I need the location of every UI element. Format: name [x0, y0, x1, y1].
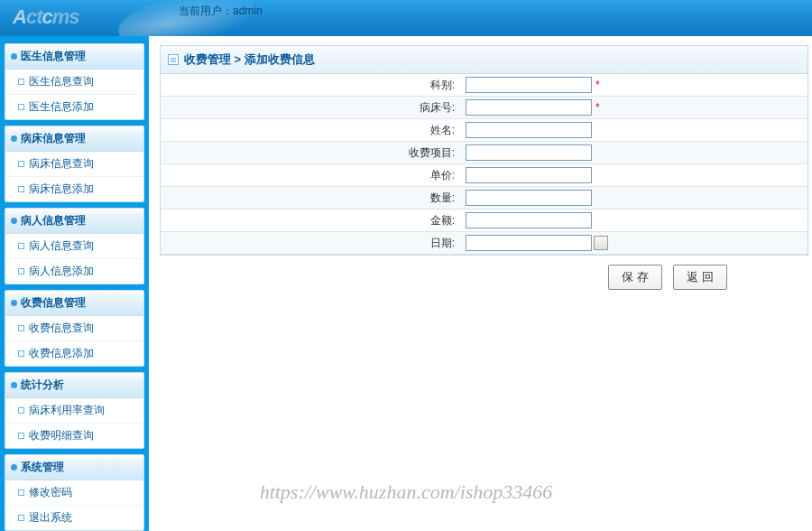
form-row-quantity: 数量: — [161, 187, 807, 210]
input-name[interactable] — [466, 122, 592, 138]
input-quantity[interactable] — [466, 190, 592, 206]
menu-item-fee-add[interactable]: 收费信息添加 — [5, 341, 143, 366]
menu-header-system[interactable]: 系统管理 — [5, 455, 143, 480]
back-button[interactable]: 返 回 — [673, 265, 727, 290]
main-content: 收费管理 > 添加收费信息 科别: * 病床号: * 姓名: 收费项目: — [149, 36, 812, 531]
label-quantity: 数量: — [161, 187, 460, 210]
menu-group-stats: 统计分析 病床利用率查询 收费明细查询 — [5, 372, 144, 449]
label-fee-item: 收费项目: — [161, 142, 460, 164]
app-header: Actcms 当前用户：admin — [0, 0, 812, 36]
menu-item-bed-add[interactable]: 病床信息添加 — [5, 177, 143, 201]
menu-header-fee[interactable]: 收费信息管理 — [5, 291, 143, 316]
current-user-value: admin — [233, 5, 263, 17]
menu-header-bed[interactable]: 病床信息管理 — [5, 126, 143, 152]
app-logo: Actcms — [13, 5, 79, 29]
form-row-amount: 金额: — [161, 210, 807, 232]
menu-item-doctor-add[interactable]: 医生信息添加 — [5, 95, 143, 119]
current-user-label: 当前用户： — [179, 5, 233, 17]
form-row-name: 姓名: — [161, 119, 807, 142]
save-button[interactable]: 保 存 — [608, 265, 662, 290]
label-bed-number: 病床号: — [161, 97, 460, 119]
input-date[interactable] — [466, 235, 592, 251]
menu-item-fee-query[interactable]: 收费信息查询 — [5, 316, 143, 341]
form-table: 科别: * 病床号: * 姓名: 收费项目: 单价: — [161, 74, 807, 255]
form-row-bed-number: 病床号: * — [161, 97, 807, 119]
sidebar: 医生信息管理 医生信息查询 医生信息添加 病床信息管理 病床信息查询 病床信息添… — [0, 36, 149, 531]
form-panel: 收费管理 > 添加收费信息 科别: * 病床号: * 姓名: 收费项目: — [160, 45, 808, 256]
form-row-unit-price: 单价: — [161, 164, 807, 187]
label-name: 姓名: — [161, 119, 460, 142]
label-date: 日期: — [161, 232, 460, 255]
menu-group-doctor: 医生信息管理 医生信息查询 医生信息添加 — [5, 43, 144, 120]
panel-header: 收费管理 > 添加收费信息 — [161, 46, 807, 74]
form-row-date: 日期: — [161, 232, 807, 255]
form-row-fee-item: 收费项目: — [161, 142, 807, 164]
menu-group-bed: 病床信息管理 病床信息查询 病床信息添加 — [5, 126, 144, 202]
button-row: 保 存 返 回 — [160, 256, 808, 299]
required-mark: * — [595, 101, 600, 114]
menu-item-bed-usage[interactable]: 病床利用率查询 — [5, 398, 143, 424]
menu-item-doctor-query[interactable]: 医生信息查询 — [5, 70, 143, 95]
menu-item-bed-query[interactable]: 病床信息查询 — [5, 152, 143, 177]
input-department[interactable] — [466, 77, 592, 93]
input-fee-item[interactable] — [466, 144, 592, 161]
menu-item-patient-add[interactable]: 病人信息添加 — [5, 259, 143, 284]
label-unit-price: 单价: — [161, 164, 460, 187]
menu-item-patient-query[interactable]: 病人信息查询 — [5, 234, 143, 259]
current-user: 当前用户：admin — [179, 4, 263, 19]
menu-group-patient: 病人信息管理 病人信息查询 病人信息添加 — [5, 208, 144, 284]
required-mark: * — [595, 79, 600, 91]
menu-item-logout[interactable]: 退出系统 — [5, 506, 143, 530]
input-amount[interactable] — [466, 212, 592, 228]
menu-group-fee: 收费信息管理 收费信息查询 收费信息添加 — [5, 290, 144, 367]
panel-title: 收费管理 > 添加收费信息 — [184, 51, 315, 68]
menu-header-stats[interactable]: 统计分析 — [5, 373, 143, 398]
menu-header-patient[interactable]: 病人信息管理 — [5, 209, 143, 234]
menu-group-system: 系统管理 修改密码 退出系统 — [5, 454, 144, 531]
panel-header-icon — [168, 54, 179, 65]
form-row-department: 科别: * — [161, 74, 807, 97]
menu-item-fee-detail[interactable]: 收费明细查询 — [5, 424, 143, 448]
input-unit-price[interactable] — [466, 167, 592, 183]
input-bed-number[interactable] — [466, 99, 592, 116]
menu-header-doctor[interactable]: 医生信息管理 — [5, 44, 143, 70]
label-amount: 金额: — [161, 210, 460, 232]
menu-item-change-password[interactable]: 修改密码 — [5, 480, 143, 506]
label-department: 科别: — [161, 74, 460, 97]
date-picker-icon[interactable] — [594, 236, 608, 250]
